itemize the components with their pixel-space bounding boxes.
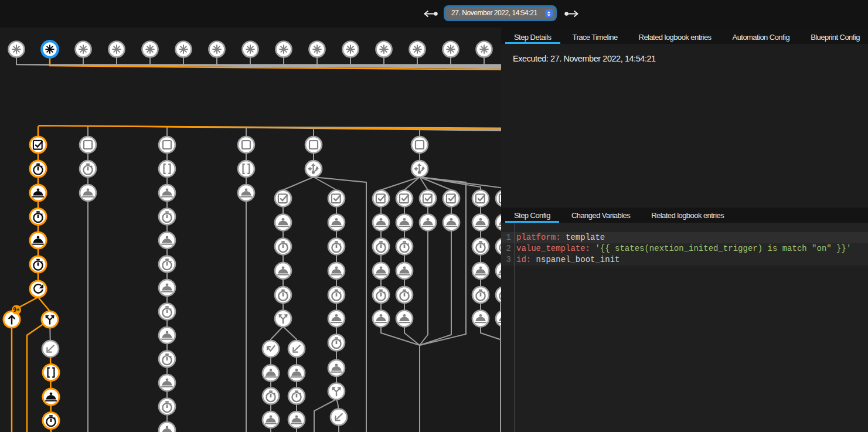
svg-text:9+: 9+: [13, 307, 20, 313]
